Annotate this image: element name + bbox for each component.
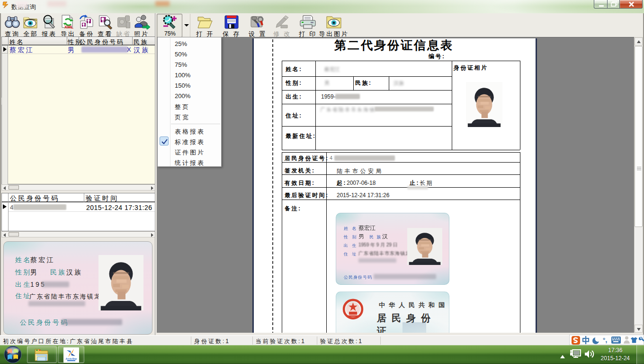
svg-text:XML: XML [64,25,74,29]
